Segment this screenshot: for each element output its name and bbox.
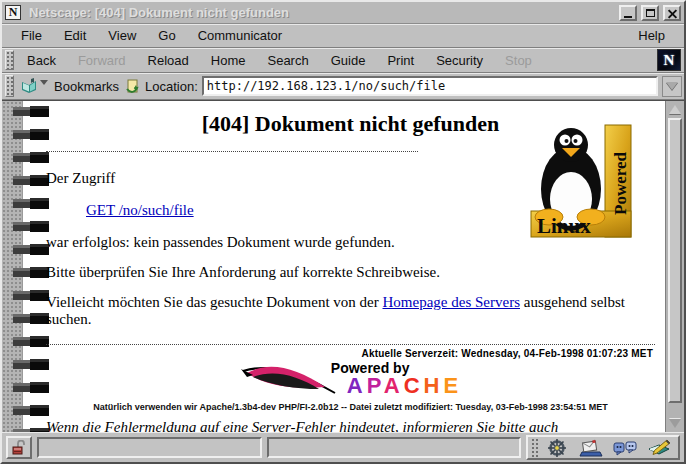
close-button[interactable] <box>663 5 681 21</box>
linux-logo-text: Linux <box>537 214 591 238</box>
forward-button: Forward <box>67 50 137 71</box>
apache-letter: H <box>424 373 444 398</box>
mailbox-icon[interactable] <box>575 437 607 458</box>
menu-edit[interactable]: Edit <box>53 25 97 46</box>
window-title: Netscape: [404] Dokument nicht gefunden <box>25 5 615 20</box>
arrow-down-icon <box>669 419 681 428</box>
server-version-line: Natürlich verwenden wir Apache/1.3b4-dev… <box>46 402 655 412</box>
apache-letter: P <box>367 373 384 398</box>
location-bar: Bookmarks Location: <box>2 73 684 100</box>
apache-letter: A <box>347 373 367 398</box>
security-button[interactable]: Security <box>425 50 494 71</box>
chevron-down-icon <box>666 82 678 90</box>
window-icon-letter: N <box>9 5 18 20</box>
minimize-button[interactable] <box>619 5 637 21</box>
browser-viewport: [404] Dokument nicht gefunden <box>2 100 684 432</box>
navigation-toolbar: Back Forward Reload Home Search Guide Pr… <box>2 48 684 73</box>
apache-logo: Powered by APACHE <box>239 361 462 399</box>
menu-go[interactable]: Go <box>147 25 186 46</box>
open-padlock-icon <box>12 440 26 455</box>
status-bar <box>2 432 684 462</box>
scroll-up-button[interactable] <box>667 102 683 117</box>
minimize-icon <box>624 16 632 18</box>
home-button[interactable]: Home <box>200 50 257 71</box>
titlebar[interactable]: N Netscape: [404] Dokument nicht gefunde… <box>2 2 684 24</box>
divider <box>46 344 655 345</box>
arrow-up-icon <box>669 105 681 114</box>
check-text: Bitte überprüfen Sie Ihre Anforderung au… <box>46 264 655 281</box>
apache-letter: E <box>443 373 462 398</box>
maximize-button[interactable] <box>641 5 659 21</box>
composer-icon[interactable] <box>643 437 675 458</box>
apache-feather-icon <box>239 363 349 399</box>
menu-bar: File Edit View Go Communicator Help <box>2 24 684 48</box>
stop-button: Stop <box>494 50 543 71</box>
progress-bar <box>37 437 262 458</box>
security-indicator-button[interactable] <box>6 436 32 459</box>
request-link[interactable]: GET /no/such/file <box>86 202 194 218</box>
menu-help[interactable]: Help <box>627 25 676 46</box>
component-bar <box>526 435 680 460</box>
bookmarks-label[interactable]: Bookmarks <box>54 79 119 94</box>
vertical-scrollbar[interactable] <box>665 101 684 432</box>
suggest-text: Vielleicht möchten Sie das gesuchte Doku… <box>46 294 655 328</box>
discussions-icon[interactable] <box>609 437 641 458</box>
footer-note: Wenn die Fehlermeldung auf eine Server-F… <box>46 418 655 432</box>
maximize-icon <box>646 9 655 17</box>
suggest-pre: Vielleicht möchten Sie das gesuchte Doku… <box>46 294 383 310</box>
menu-view[interactable]: View <box>97 25 147 46</box>
search-button[interactable]: Search <box>256 50 319 71</box>
navigator-icon[interactable] <box>541 437 573 458</box>
netscape-logo-letter: N <box>664 52 675 69</box>
server-time: Aktuelle Serverzeit: Wednesday, 04-Feb-1… <box>46 348 653 359</box>
reload-button[interactable]: Reload <box>137 50 200 71</box>
bookmarks-caret-icon <box>40 80 48 85</box>
status-message-area <box>267 437 521 458</box>
netscape-window: N Netscape: [404] Dokument nicht gefunde… <box>0 0 686 464</box>
linux-powered-logo: Linux Powered <box>529 119 633 247</box>
divider <box>46 151 418 152</box>
print-button[interactable]: Print <box>376 50 425 71</box>
footer-line1: Wenn die Fehlermeldung auf eine Server-F… <box>46 419 558 432</box>
component-bar-grip[interactable] <box>531 438 539 457</box>
homepage-link[interactable]: Homepage des Servers <box>383 294 520 310</box>
scroll-down-button[interactable] <box>667 416 683 431</box>
toolbar-grip[interactable] <box>5 50 14 70</box>
menu-communicator[interactable]: Communicator <box>187 25 294 46</box>
netscape-logo[interactable]: N <box>657 49 681 71</box>
menu-file[interactable]: File <box>10 25 53 46</box>
linux-powered-text: Powered <box>611 152 630 215</box>
scrollbar-thumb[interactable] <box>668 118 682 403</box>
netscape-window-icon: N <box>5 5 21 20</box>
location-label: Location: <box>145 79 198 94</box>
url-dropdown-button[interactable] <box>662 76 682 97</box>
apache-letter: A <box>384 373 404 398</box>
apache-letter: C <box>404 373 424 398</box>
guide-button[interactable]: Guide <box>320 50 377 71</box>
error-page: [404] Dokument nicht gefunden <box>2 101 665 432</box>
location-page-icon[interactable] <box>123 78 141 94</box>
location-bar-grip[interactable] <box>5 75 14 97</box>
back-button[interactable]: Back <box>16 50 67 71</box>
url-input[interactable] <box>202 76 658 96</box>
apache-wordmark: APACHE <box>347 375 462 397</box>
bookmarks-icon[interactable] <box>20 78 38 94</box>
